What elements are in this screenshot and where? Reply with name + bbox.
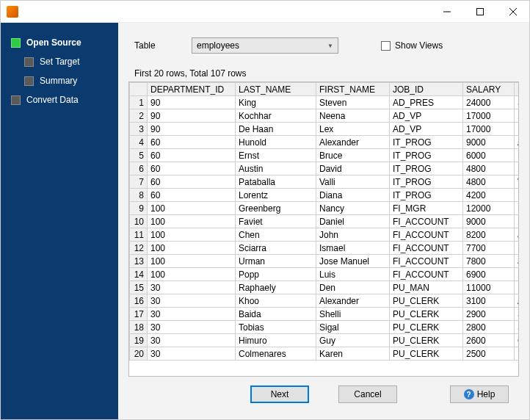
- cell[interactable]: SKING: [515, 96, 519, 109]
- table-row[interactable]: 1530RaphaelyDenPU_MAN11000DRAPHEAL: [130, 281, 519, 294]
- cell[interactable]: 8200: [463, 228, 515, 242]
- cell[interactable]: JCHEN: [515, 228, 519, 242]
- maximize-button[interactable]: [463, 1, 496, 23]
- cell[interactable]: AHUNOLD: [515, 136, 519, 149]
- cell[interactable]: PU_CLERK: [390, 294, 463, 308]
- cell[interactable]: FI_ACCOUNT: [390, 242, 463, 255]
- cell[interactable]: Austin: [236, 162, 316, 175]
- cell[interactable]: IT_PROG: [390, 175, 463, 189]
- next-button[interactable]: Next: [250, 385, 309, 403]
- cell[interactable]: Chen: [236, 228, 316, 242]
- table-row[interactable]: 1730BaidaShelliPU_CLERK2900SBAIDA: [130, 308, 519, 321]
- cell[interactable]: Popp: [236, 268, 316, 281]
- table-row[interactable]: 1930HimuroGuyPU_CLERK2600GHIMURO: [130, 334, 519, 347]
- cell[interactable]: David: [316, 162, 390, 175]
- cell[interactable]: 100: [148, 228, 236, 242]
- cell[interactable]: 60: [148, 189, 236, 202]
- cell[interactable]: AKHOO: [515, 294, 519, 308]
- cell[interactable]: Himuro: [236, 334, 316, 347]
- cell[interactable]: Faviet: [236, 215, 316, 228]
- cell[interactable]: 11000: [463, 281, 515, 294]
- cell[interactable]: 2900: [463, 308, 515, 321]
- cell[interactable]: 17000: [463, 109, 515, 123]
- cell[interactable]: STOBIAS: [515, 321, 519, 334]
- cell[interactable]: 6000: [463, 149, 515, 162]
- cell[interactable]: 4200: [463, 189, 515, 202]
- table-row[interactable]: 12100SciarraIsmaelFI_ACCOUNT7700ISCIARRA: [130, 242, 519, 255]
- table-row[interactable]: 13100UrmanJose ManuelFI_ACCOUNT7800JMURM…: [130, 255, 519, 268]
- minimize-button[interactable]: [430, 1, 463, 23]
- wizard-step-set-target[interactable]: Set Target: [1, 54, 118, 70]
- cell[interactable]: 30: [148, 321, 236, 334]
- table-row[interactable]: 1830TobiasSigalPU_CLERK2800STOBIAS: [130, 321, 519, 334]
- table-row[interactable]: 9100GreenbergNancyFI_MGR12000NGREENBE: [130, 202, 519, 215]
- cell[interactable]: 30: [148, 334, 236, 347]
- cell[interactable]: Colmenares: [236, 347, 316, 361]
- wizard-step-open-source[interactable]: Open Source: [1, 35, 118, 51]
- cell[interactable]: Guy: [316, 334, 390, 347]
- cell[interactable]: PU_CLERK: [390, 334, 463, 347]
- cell[interactable]: FI_ACCOUNT: [390, 215, 463, 228]
- cell[interactable]: KCOLMENA: [515, 347, 519, 361]
- cell[interactable]: GHIMURO: [515, 334, 519, 347]
- cell[interactable]: DLORENTZ: [515, 189, 519, 202]
- cell[interactable]: SBAIDA: [515, 308, 519, 321]
- wizard-step-convert-data[interactable]: Convert Data: [1, 92, 118, 108]
- cell[interactable]: AD_PRES: [390, 96, 463, 109]
- cell[interactable]: 30: [148, 281, 236, 294]
- cell[interactable]: FI_MGR: [390, 202, 463, 215]
- cell[interactable]: Nancy: [316, 202, 390, 215]
- cell[interactable]: 30: [148, 294, 236, 308]
- cell[interactable]: FI_ACCOUNT: [390, 255, 463, 268]
- table-row[interactable]: 390De HaanLexAD_VP17000LDEHAAN: [130, 123, 519, 136]
- cell[interactable]: 9000: [463, 136, 515, 149]
- cell[interactable]: Jose Manuel: [316, 255, 390, 268]
- cell[interactable]: Sciarra: [236, 242, 316, 255]
- cell[interactable]: Raphaely: [236, 281, 316, 294]
- cell[interactable]: PU_MAN: [390, 281, 463, 294]
- cell[interactable]: 2500: [463, 347, 515, 361]
- table-row[interactable]: 660AustinDavidIT_PROG4800DAUSTIN: [130, 162, 519, 175]
- help-button[interactable]: ? Help: [450, 385, 509, 403]
- cell[interactable]: DFAVIET: [515, 215, 519, 228]
- cell[interactable]: LPOPP: [515, 268, 519, 281]
- cell[interactable]: Baida: [236, 308, 316, 321]
- cell[interactable]: 100: [148, 202, 236, 215]
- column-header[interactable]: EMAIL: [515, 83, 519, 96]
- cell[interactable]: DAUSTIN: [515, 162, 519, 175]
- wizard-step-summary[interactable]: Summary: [1, 73, 118, 89]
- cell[interactable]: 7700: [463, 242, 515, 255]
- cell[interactable]: Den: [316, 281, 390, 294]
- cell[interactable]: 100: [148, 268, 236, 281]
- cell[interactable]: 17000: [463, 123, 515, 136]
- cell[interactable]: 12000: [463, 202, 515, 215]
- table-row[interactable]: 460HunoldAlexanderIT_PROG9000AHUNOLD: [130, 136, 519, 149]
- cell[interactable]: Ernst: [236, 149, 316, 162]
- cell[interactable]: Luis: [316, 268, 390, 281]
- cell[interactable]: Ismael: [316, 242, 390, 255]
- column-header[interactable]: SALARY: [463, 83, 515, 96]
- cell[interactable]: Pataballa: [236, 175, 316, 189]
- cell[interactable]: 2800: [463, 321, 515, 334]
- table-row[interactable]: 190KingStevenAD_PRES24000SKING: [130, 96, 519, 109]
- table-row[interactable]: 14100PoppLuisFI_ACCOUNT6900LPOPP: [130, 268, 519, 281]
- cell[interactable]: Kochhar: [236, 109, 316, 123]
- column-header[interactable]: DEPARTMENT_ID: [148, 83, 236, 96]
- cell[interactable]: 100: [148, 215, 236, 228]
- cell[interactable]: AD_VP: [390, 123, 463, 136]
- cell[interactable]: PU_CLERK: [390, 321, 463, 334]
- cell[interactable]: 2600: [463, 334, 515, 347]
- cell[interactable]: 60: [148, 162, 236, 175]
- table-row[interactable]: 11100ChenJohnFI_ACCOUNT8200JCHEN: [130, 228, 519, 242]
- cell[interactable]: JMURMAN: [515, 255, 519, 268]
- cancel-button[interactable]: Cancel: [338, 385, 397, 403]
- cell[interactable]: IT_PROG: [390, 189, 463, 202]
- table-select[interactable]: employees ▼: [192, 37, 338, 54]
- cell[interactable]: Shelli: [316, 308, 390, 321]
- cell[interactable]: Bruce: [316, 149, 390, 162]
- cell[interactable]: NGREENBE: [515, 202, 519, 215]
- cell[interactable]: PU_CLERK: [390, 308, 463, 321]
- cell[interactable]: FI_ACCOUNT: [390, 228, 463, 242]
- cell[interactable]: Diana: [316, 189, 390, 202]
- cell[interactable]: Valli: [316, 175, 390, 189]
